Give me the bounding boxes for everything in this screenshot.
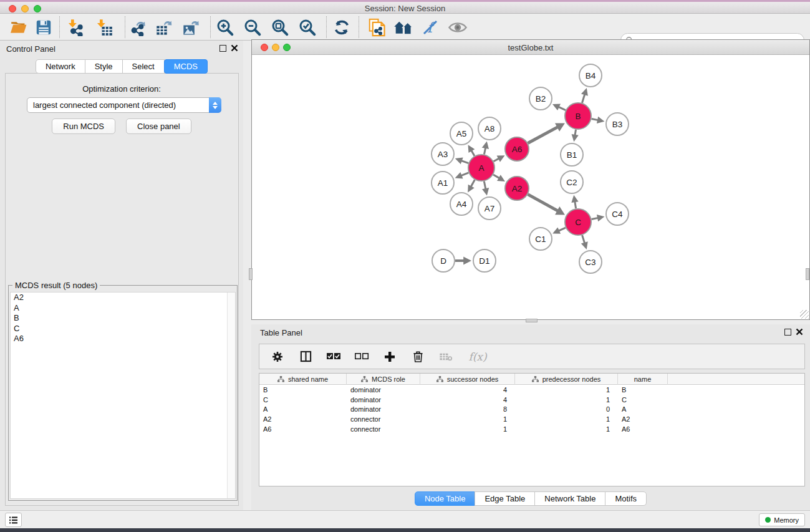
graph-node-A7[interactable]: A7 <box>478 197 501 220</box>
column-header-name[interactable]: name <box>618 374 668 385</box>
tab-motifs[interactable]: Motifs <box>605 491 647 506</box>
import-network-button[interactable] <box>64 17 87 37</box>
cell-successor-nodes[interactable]: 4 <box>420 386 515 394</box>
zoom-selected-button[interactable] <box>296 17 319 37</box>
hide-labels-button[interactable]: f <box>419 17 441 37</box>
table-row[interactable]: Cdominator41C <box>259 395 804 405</box>
splitter-handle-left[interactable] <box>249 268 253 280</box>
table-row[interactable]: A2connector11A2 <box>259 414 804 424</box>
column-header-successor-nodes[interactable]: successor nodes <box>420 374 515 385</box>
delete-table-button[interactable] <box>438 349 453 364</box>
export-table-button[interactable] <box>153 17 175 37</box>
graph-node-B[interactable]: B <box>565 103 591 129</box>
mcds-result-list[interactable]: A2ABCA6 <box>10 292 236 499</box>
cell-name[interactable]: C <box>618 396 668 404</box>
graph-node-A3[interactable]: A3 <box>432 143 454 165</box>
cell-MCDS-role[interactable]: connector <box>347 415 420 423</box>
cell-MCDS-role[interactable]: dominator <box>347 396 420 404</box>
graph-node-B2[interactable]: B2 <box>529 87 552 110</box>
resize-grip[interactable] <box>800 310 809 319</box>
splitter-handle-right[interactable] <box>806 268 809 280</box>
open-session-button[interactable] <box>7 17 30 37</box>
eye-button[interactable] <box>446 17 469 37</box>
table-row[interactable]: A6connector11A6 <box>259 424 804 434</box>
close-table-panel-icon[interactable] <box>796 328 803 336</box>
function-builder-button[interactable]: f(x) <box>466 349 489 364</box>
zoom-out-button[interactable] <box>241 17 264 37</box>
mcds-result-item[interactable]: A2 <box>11 293 235 303</box>
column-header-predecessor-nodes[interactable]: predecessor nodes <box>515 374 618 385</box>
cell-successor-nodes[interactable]: 1 <box>420 415 515 423</box>
mcds-result-item[interactable]: C <box>11 324 235 334</box>
cell-shared-name[interactable]: A <box>259 405 347 413</box>
mcds-result-item[interactable]: A6 <box>11 334 235 344</box>
tab-select[interactable]: Select <box>122 59 165 74</box>
graph-node-A[interactable]: A <box>468 155 494 181</box>
home-button[interactable] <box>392 17 415 37</box>
graph-node-D1[interactable]: D1 <box>473 249 496 272</box>
graph-node-A8[interactable]: A8 <box>478 117 501 140</box>
cell-predecessor-nodes[interactable]: 0 <box>515 405 618 413</box>
table-row[interactable]: Bdominator41B <box>259 385 804 395</box>
tab-node-table[interactable]: Node Table <box>415 491 476 506</box>
tab-mcds[interactable]: MCDS <box>164 59 208 74</box>
tab-edge-table[interactable]: Edge Table <box>475 491 535 506</box>
cell-MCDS-role[interactable]: dominator <box>347 405 420 413</box>
graph-node-A4[interactable]: A4 <box>450 193 473 215</box>
graph-node-B1[interactable]: B1 <box>561 143 583 166</box>
graph-node-C[interactable]: C <box>565 209 591 235</box>
graph-node-A5[interactable]: A5 <box>450 122 473 145</box>
refresh-button[interactable] <box>330 17 353 37</box>
graph-node-D[interactable]: D <box>432 249 455 272</box>
close-panel-icon[interactable] <box>231 44 238 52</box>
cell-MCDS-role[interactable]: dominator <box>347 386 420 394</box>
cell-predecessor-nodes[interactable]: 1 <box>515 396 618 404</box>
cell-shared-name[interactable]: B <box>259 386 347 394</box>
cell-shared-name[interactable]: C <box>259 396 347 404</box>
tab-network[interactable]: Network <box>36 59 85 74</box>
cell-shared-name[interactable]: A6 <box>259 425 347 433</box>
table-row[interactable]: Adominator80A <box>259 405 804 415</box>
command-panel-button[interactable] <box>5 513 22 527</box>
column-header-MCDS-role[interactable]: MCDS role <box>347 374 420 385</box>
export-image-button[interactable] <box>180 17 202 37</box>
float-panel-icon[interactable] <box>219 45 226 52</box>
export-network-button[interactable] <box>127 17 149 37</box>
graph-node-B4[interactable]: B4 <box>579 64 602 87</box>
table-settings-button[interactable] <box>270 349 285 364</box>
new-session-from-network-button[interactable] <box>365 17 388 37</box>
close-panel-button[interactable]: Close panel <box>126 118 191 134</box>
zoom-fit-button[interactable] <box>269 17 291 37</box>
mcds-result-item[interactable]: B <box>11 313 235 324</box>
cell-name[interactable]: A2 <box>618 415 668 423</box>
add-column-button[interactable] <box>382 349 397 364</box>
network-canvas[interactable]: B4B2BB3A8A5A6A3B1AC2A1A2A4A7C4CC1C3DD1 <box>252 56 809 319</box>
cell-predecessor-nodes[interactable]: 1 <box>515 415 618 423</box>
cell-MCDS-role[interactable]: connector <box>347 425 420 433</box>
select-all-button[interactable] <box>326 349 341 364</box>
tab-style[interactable]: Style <box>85 59 123 74</box>
graph-node-A6[interactable]: A6 <box>505 137 529 161</box>
mcds-result-item[interactable]: A <box>11 303 235 314</box>
cell-successor-nodes[interactable]: 1 <box>420 425 515 433</box>
show-columns-button[interactable] <box>298 349 313 364</box>
cell-name[interactable]: B <box>618 386 668 394</box>
cell-name[interactable]: A <box>618 405 668 413</box>
graph-node-C4[interactable]: C4 <box>606 203 629 225</box>
graph-node-C1[interactable]: C1 <box>529 228 552 250</box>
graph-node-C3[interactable]: C3 <box>579 251 602 273</box>
splitter-handle-bottom[interactable] <box>526 319 538 322</box>
cell-successor-nodes[interactable]: 8 <box>420 405 515 413</box>
graph-node-A2[interactable]: A2 <box>505 177 529 200</box>
column-header-shared-name[interactable]: shared name <box>259 374 347 385</box>
cell-shared-name[interactable]: A2 <box>259 415 347 423</box>
cell-predecessor-nodes[interactable]: 1 <box>515 386 618 394</box>
zoom-in-button[interactable] <box>214 17 236 37</box>
graph-node-B3[interactable]: B3 <box>606 113 629 135</box>
graph-node-A1[interactable]: A1 <box>432 172 454 194</box>
cell-successor-nodes[interactable]: 4 <box>420 396 515 404</box>
cell-name[interactable]: A6 <box>618 425 668 433</box>
import-table-button[interactable] <box>93 17 115 37</box>
mcds-list-scrollbar[interactable] <box>227 293 235 498</box>
deselect-all-button[interactable] <box>354 349 369 364</box>
